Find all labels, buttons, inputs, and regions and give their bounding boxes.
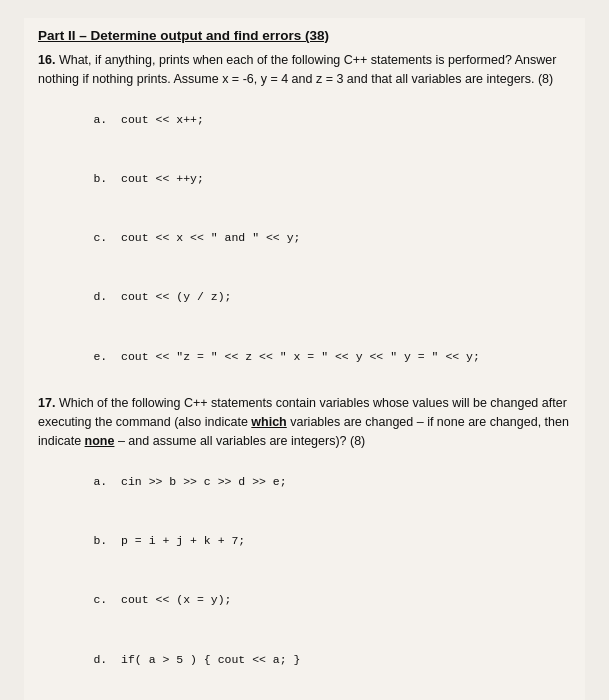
- q17-text: 17. Which of the following C++ statement…: [38, 394, 571, 450]
- q17-opt-c: c. cout << (x = y);: [93, 593, 231, 606]
- q17-opt-b-wrap: b. p = i + j + k + 7;: [52, 514, 571, 569]
- q17-opt-d-wrap: d. if( a > 5 ) { cout << a; }: [52, 632, 571, 687]
- q17-opt-b: b. p = i + j + k + 7;: [93, 534, 245, 547]
- q16-opt-c-wrap: c. cout << x << " and " << y;: [52, 211, 571, 266]
- q16-opt-e-wrap: e. cout << "z = " << z << " x = " << y <…: [52, 329, 571, 384]
- q17-bold-none: none: [85, 434, 115, 448]
- q17-number: 17.: [38, 396, 55, 410]
- q17-opt-d: d. if( a > 5 ) { cout << a; }: [93, 653, 300, 666]
- q17-opt-a: a. cin >> b >> c >> d >> e;: [93, 475, 286, 488]
- q17-text4: indicate: [38, 434, 81, 448]
- q16-opt-d: d. cout << (y / z);: [93, 290, 231, 303]
- q17-opt-c-wrap: c. cout << (x = y);: [52, 573, 571, 628]
- q16-options: a. cout << x++;: [52, 93, 571, 148]
- q17-text3: variables are changed – if none are chan…: [290, 415, 569, 429]
- q17-opt-a-wrap: a. cin >> b >> c >> d >> e;: [52, 455, 571, 510]
- q17-text5: – and assume all variables are integers)…: [118, 434, 365, 448]
- q16-opt-e: e. cout << "z = " << z << " x = " << y <…: [93, 350, 479, 363]
- q16-opt-b: b. cout << ++y;: [93, 172, 203, 185]
- q16-opt-c: c. cout << x << " and " << y;: [93, 231, 300, 244]
- q16-opt-b-wrap: b. cout << ++y;: [52, 152, 571, 207]
- page-container: Part II – Determine output and find erro…: [24, 18, 585, 700]
- q17-text1: Which of the following C++ statements co…: [59, 396, 567, 410]
- q17-opt-e-wrap: e. while( b >= 4 ) cout << b++;: [52, 691, 571, 700]
- question-16: 16. What, if anything, prints when each …: [38, 51, 571, 384]
- question-17: 17. Which of the following C++ statement…: [38, 394, 571, 700]
- q16-opt-d-wrap: d. cout << (y / z);: [52, 270, 571, 325]
- q17-bold-which: which: [251, 415, 286, 429]
- q16-text1: What, if anything, prints when each of t…: [59, 53, 556, 67]
- q16-number: 16.: [38, 53, 55, 67]
- section-header: Part II – Determine output and find erro…: [38, 28, 571, 43]
- q16-opt-a: a. cout << x++;: [93, 113, 203, 126]
- q17-text2: executing the command (also indicate: [38, 415, 248, 429]
- q16-text: 16. What, if anything, prints when each …: [38, 51, 571, 89]
- q16-text2: nothing if nothing prints. Assume x = -6…: [38, 72, 553, 86]
